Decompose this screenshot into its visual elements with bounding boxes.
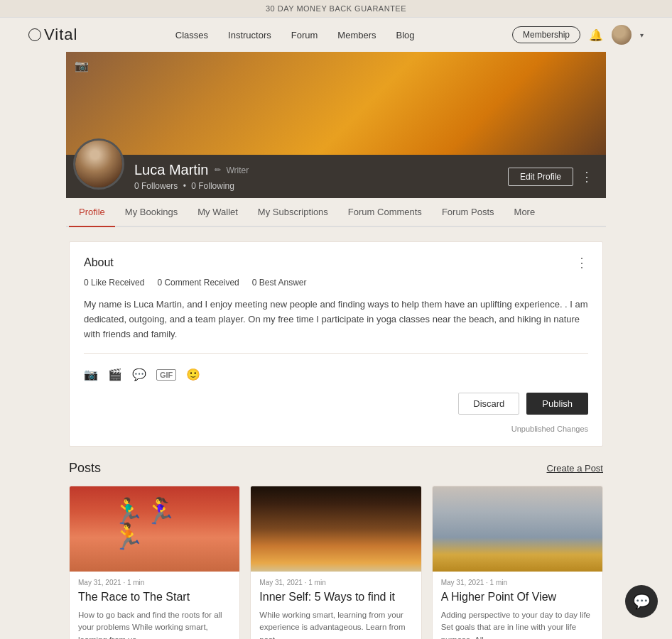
about-bio: My name is Luca Martin, and I enjoy meet… — [84, 297, 588, 342]
chat-bubble-button[interactable]: 💬 — [625, 585, 658, 618]
about-section: About ⋮ 0 Like Received 0 Comment Receiv… — [69, 241, 603, 447]
discard-button[interactable]: Discard — [458, 393, 519, 415]
toolbar-gif-button[interactable]: GIF — [156, 369, 176, 381]
post-title-1: The Race to The Start — [78, 590, 231, 605]
post-readtime-3: 1 min — [490, 579, 507, 586]
publish-button[interactable]: Publish — [526, 393, 588, 415]
profile-more-options-button[interactable]: ⋮ — [580, 169, 593, 185]
tab-my-subscriptions[interactable]: My Subscriptions — [248, 198, 338, 227]
nav-links: Classes Instructors Forum Members Blog — [175, 30, 415, 40]
about-header: About ⋮ — [84, 255, 588, 271]
likes-received: 0 Like Received — [84, 278, 144, 288]
post-title-2: Inner Self: 5 Ways to find it — [259, 590, 412, 605]
toolbar-emoji-icon[interactable]: 🙂 — [186, 368, 200, 381]
post-meta-3: May 31, 2021 · 1 min — [441, 579, 594, 586]
post-meta-2: May 31, 2021 · 1 min — [259, 579, 412, 586]
tab-more[interactable]: More — [504, 198, 546, 227]
profile-role: Writer — [227, 165, 249, 175]
stats-separator: • — [183, 181, 189, 191]
user-avatar[interactable] — [612, 25, 632, 45]
profile-actions: Edit Profile ⋮ — [508, 168, 593, 186]
followers-count: 0 Followers — [134, 181, 178, 191]
tab-forum-comments[interactable]: Forum Comments — [338, 198, 432, 227]
nav-link-instructors[interactable]: Instructors — [228, 30, 271, 40]
best-answer: 0 Best Answer — [252, 278, 307, 288]
following-count: 0 Following — [191, 181, 234, 191]
post-body-3: May 31, 2021 · 1 min A Higher Point Of V… — [433, 572, 602, 639]
post-card-1[interactable]: 🏃‍♂️🏃‍♀️🏃 May 31, 2021 · 1 min The Race … — [69, 486, 240, 639]
post-title-3: A Higher Point Of View — [441, 590, 594, 605]
profile-container: 📷 Luca Martin ✏ Writer 0 Followers • 0 F… — [66, 52, 606, 639]
about-divider — [84, 353, 588, 354]
unpublished-label: Unpublished Changes — [84, 425, 588, 433]
post-thumb-1-illustration: 🏃‍♂️🏃‍♀️🏃 — [112, 498, 197, 550]
post-thumbnail-3 — [433, 486, 602, 572]
profile-text: Luca Martin ✏ Writer 0 Followers • 0 Fol… — [134, 162, 508, 191]
toolbar-subtitle-icon[interactable]: 💬 — [132, 368, 146, 381]
tab-forum-posts[interactable]: Forum Posts — [432, 198, 504, 227]
comments-received: 0 Comment Received — [157, 278, 239, 288]
posts-title: Posts — [69, 461, 101, 476]
post-thumbnail-2 — [251, 486, 421, 572]
publish-row: Discard Publish Unpublished Changes — [84, 393, 588, 433]
about-more-options-icon[interactable]: ⋮ — [575, 255, 588, 271]
chat-bubble-icon: 💬 — [633, 593, 651, 610]
top-banner: 30 DAY MONEY BACK GUARANTEE — [0, 0, 672, 18]
profile-name-row: Luca Martin ✏ Writer — [134, 162, 508, 178]
post-excerpt-1: How to go back and find the roots for al… — [78, 609, 231, 639]
about-title: About — [84, 256, 114, 269]
profile-info-bar: Luca Martin ✏ Writer 0 Followers • 0 Fol… — [66, 155, 606, 198]
profile-name: Luca Martin — [134, 162, 209, 178]
post-date-1: May 31, 2021 — [78, 579, 121, 586]
tab-my-wallet[interactable]: My Wallet — [188, 198, 248, 227]
nav-right: Membership 🔔 ▾ — [512, 25, 644, 45]
post-excerpt-3: Adding perspective to your day to day li… — [441, 609, 594, 639]
main-nav: Vital Classes Instructors Forum Members … — [0, 18, 672, 52]
post-excerpt-2: While working smart, learning from your … — [259, 609, 412, 639]
post-date-3: May 31, 2021 — [441, 579, 484, 586]
post-thumbnail-1: 🏃‍♂️🏃‍♀️🏃 — [70, 486, 239, 572]
profile-name-edit-icon[interactable]: ✏ — [215, 165, 221, 175]
post-meta-1: May 31, 2021 · 1 min — [78, 579, 231, 586]
post-body-1: May 31, 2021 · 1 min The Race to The Sta… — [70, 572, 239, 639]
about-toolbar: 📷 🎬 💬 GIF 🙂 — [84, 364, 588, 386]
toolbar-photo-icon[interactable]: 📷 — [84, 368, 98, 381]
edit-profile-button[interactable]: Edit Profile — [508, 168, 573, 186]
post-date-2: May 31, 2021 — [259, 579, 303, 586]
profile-tabs: Profile My Bookings My Wallet My Subscri… — [66, 198, 606, 227]
post-readtime-2: 1 min — [308, 579, 325, 586]
post-card-3[interactable]: May 31, 2021 · 1 min A Higher Point Of V… — [432, 486, 603, 639]
user-menu-chevron-icon[interactable]: ▾ — [640, 31, 644, 39]
best-answer-text: 0 Best Answer — [252, 278, 307, 288]
post-body-2: May 31, 2021 · 1 min Inner Self: 5 Ways … — [251, 572, 421, 639]
posts-section: Posts Create a Post 🏃‍♂️🏃‍♀️🏃 May 31, 20… — [69, 461, 603, 639]
logo-text: Vital — [44, 26, 77, 44]
main-content: About ⋮ 0 Like Received 0 Comment Receiv… — [66, 227, 606, 639]
cover-camera-icon[interactable]: 📷 — [75, 59, 89, 72]
nav-logo[interactable]: Vital — [28, 26, 77, 44]
membership-button[interactable]: Membership — [512, 26, 580, 43]
profile-stats: 0 Followers • 0 Following — [134, 181, 508, 191]
likes-received-text: 0 Like Received — [84, 278, 144, 288]
top-banner-text: 30 DAY MONEY BACK GUARANTEE — [266, 4, 406, 13]
nav-link-forum[interactable]: Forum — [291, 30, 318, 40]
nav-link-blog[interactable]: Blog — [396, 30, 415, 40]
tab-profile[interactable]: Profile — [69, 198, 115, 227]
tab-my-bookings[interactable]: My Bookings — [115, 198, 188, 227]
nav-link-classes[interactable]: Classes — [175, 30, 208, 40]
profile-avatar — [73, 138, 124, 190]
comments-received-text: 0 Comment Received — [157, 278, 239, 288]
about-stats: 0 Like Received 0 Comment Received 0 Bes… — [84, 278, 588, 288]
create-post-link[interactable]: Create a Post — [547, 463, 604, 474]
notification-bell-icon[interactable]: 🔔 — [589, 28, 603, 42]
profile-cover: 📷 — [66, 52, 606, 155]
nav-link-members[interactable]: Members — [337, 30, 376, 40]
posts-grid: 🏃‍♂️🏃‍♀️🏃 May 31, 2021 · 1 min The Race … — [69, 486, 603, 639]
posts-header: Posts Create a Post — [69, 461, 603, 476]
toolbar-video-icon[interactable]: 🎬 — [108, 368, 122, 381]
profile-avatar-image — [75, 141, 122, 187]
post-readtime-1: 1 min — [127, 579, 144, 586]
post-card-2[interactable]: May 31, 2021 · 1 min Inner Self: 5 Ways … — [250, 486, 421, 639]
logo-circle-icon — [28, 28, 41, 41]
